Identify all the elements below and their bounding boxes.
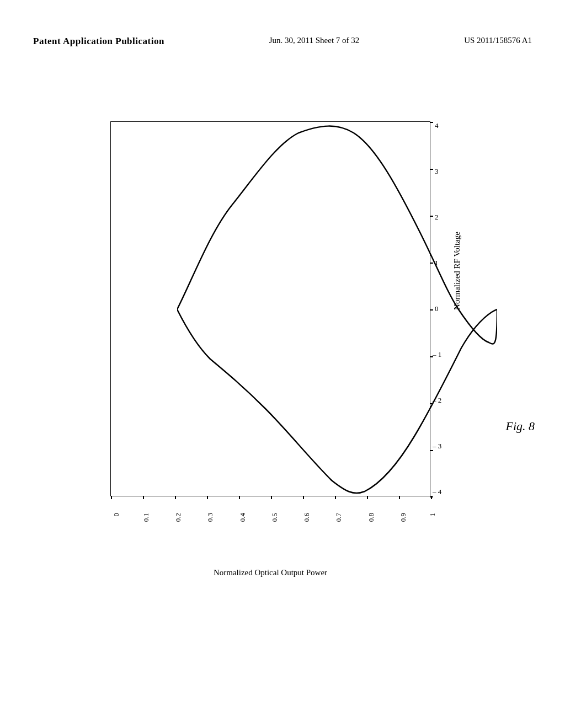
page-header: Patent Application Publication Jun. 30, … xyxy=(0,36,565,47)
x-label-0: 0 xyxy=(435,304,439,313)
tick-op-09 xyxy=(399,496,400,499)
x-label-neg2: – 2 xyxy=(433,396,441,405)
x-label-3: 3 xyxy=(435,167,439,176)
y-label-03: 0.3 xyxy=(206,513,215,522)
y-label-08: 0.8 xyxy=(367,513,376,522)
tick-op-08 xyxy=(367,496,368,499)
tick-op-0 xyxy=(111,496,112,499)
chart-box xyxy=(110,121,430,496)
x-label-neg3: – 3 xyxy=(433,442,441,451)
figure-label: Fig. 8 xyxy=(505,419,535,433)
x-label-4: 4 xyxy=(435,121,439,130)
x-axis-labels: 4 3 2 1 0 – 1 – 2 – 3 – 4 xyxy=(430,121,441,496)
y-label-05: 0.5 xyxy=(270,513,279,522)
y-label-0: 0 xyxy=(112,513,121,517)
y-axis-title: Normalized Optical Output Power xyxy=(110,568,430,577)
y-label-09: 0.9 xyxy=(399,513,408,522)
sheet-info: Jun. 30, 2011 Sheet 7 of 32 xyxy=(269,36,360,47)
y-label-02: 0.2 xyxy=(174,513,183,522)
x-label-neg4: – 4 xyxy=(433,488,441,496)
y-label-04: 0.4 xyxy=(238,513,247,522)
y-label-07: 0.7 xyxy=(335,513,344,522)
tick-op-07 xyxy=(335,496,336,499)
tick-op-04 xyxy=(239,496,240,499)
y-label-1: 1 xyxy=(429,513,438,517)
y-label-01: 0.1 xyxy=(142,513,151,522)
chart-container: 4 3 2 1 0 – 1 – 2 – 3 – 4 Normalized RF … xyxy=(44,121,475,574)
x-label-1: 1 xyxy=(435,259,439,267)
tick-op-03 xyxy=(207,496,208,499)
x-axis-title: Normalized RF Voltage xyxy=(452,232,462,310)
chart-curve xyxy=(177,122,497,497)
tick-op-06 xyxy=(303,496,304,499)
x-label-neg1: – 1 xyxy=(433,350,441,359)
y-axis-labels: 0 0.1 0.2 0.3 0.4 0.5 0.6 0.7 0.8 0.9 1 xyxy=(110,507,430,522)
tick-op-01 xyxy=(143,496,144,499)
tick-op-02 xyxy=(175,496,176,499)
publication-label: Patent Application Publication xyxy=(33,36,164,47)
patent-number: US 2011/158576 A1 xyxy=(464,36,532,47)
tick-op-05 xyxy=(271,496,272,499)
y-label-06: 0.6 xyxy=(302,513,311,522)
x-label-2: 2 xyxy=(435,213,439,222)
